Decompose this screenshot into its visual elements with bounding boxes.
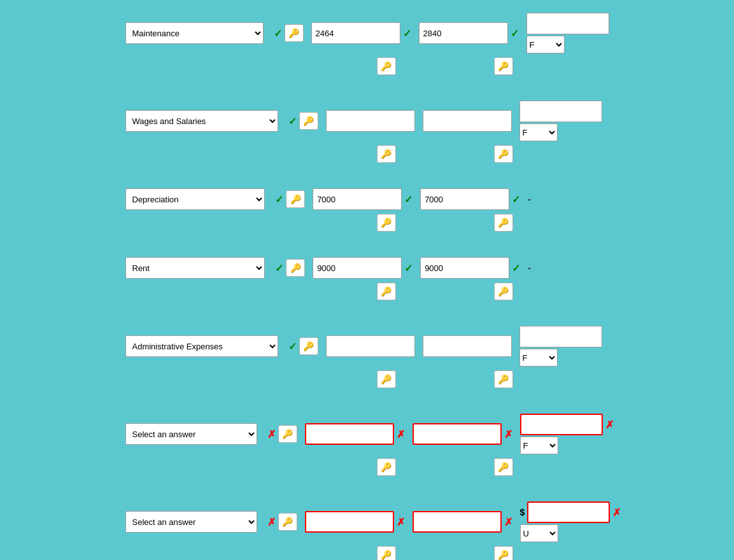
budget-check-maintenance: ✓	[403, 27, 411, 39]
fav-select-select1[interactable]: FU-	[520, 437, 558, 454]
actual-key-button-admin[interactable]: 🔑	[494, 370, 513, 388]
actual-input-admin[interactable]	[423, 335, 512, 357]
key-button-rent[interactable]: 🔑	[286, 259, 305, 277]
actual-input-wages[interactable]	[423, 110, 512, 132]
actual-group-depreciation: ✓	[420, 188, 520, 210]
main-container: MaintenanceWages and SalariesDepreciatio…	[74, 0, 660, 560]
budget-key-button-admin[interactable]: 🔑	[377, 370, 396, 388]
budget-key-button-select1[interactable]: 🔑	[377, 458, 396, 476]
row-top-rent: MaintenanceWages and SalariesDepreciatio…	[125, 257, 609, 279]
actual-group-select2: ✗	[413, 511, 512, 533]
actual-group-select1: ✗	[413, 423, 512, 445]
variance-dash-depreciation: -	[528, 194, 531, 204]
actual-group-admin	[423, 335, 512, 357]
check-mark-maintenance: ✓	[274, 27, 282, 39]
budget-input-select1[interactable]	[305, 423, 394, 445]
budget-group-depreciation: ✓	[313, 188, 413, 210]
check-key-group-select1: ✗🔑	[267, 425, 297, 443]
check-mark-admin: ✓	[288, 340, 297, 353]
row-bottom-select2: 🔑🔑	[125, 546, 609, 560]
answer-select-depreciation[interactable]: MaintenanceWages and SalariesDepreciatio…	[125, 188, 265, 210]
key-button-wages[interactable]: 🔑	[299, 112, 318, 130]
actual-input-depreciation[interactable]	[420, 188, 509, 210]
actual-check-depreciation: ✓	[512, 193, 520, 206]
fav-select-select2[interactable]: FU-	[520, 524, 558, 542]
check-key-group-select2: ✗🔑	[267, 513, 297, 531]
actual-check-rent: ✓	[512, 262, 520, 274]
budget-group-maintenance: ✓	[311, 22, 411, 44]
row-bottom-depreciation: 🔑🔑	[125, 214, 609, 232]
row-bottom-select1: 🔑🔑	[125, 458, 609, 476]
budget-input-wages[interactable]	[326, 110, 415, 132]
budget-input-select2[interactable]	[305, 511, 394, 533]
actual-key-button-select1[interactable]: 🔑	[494, 458, 513, 476]
variance-input-wages[interactable]	[519, 101, 602, 122]
actual-key-button-rent[interactable]: 🔑	[494, 283, 513, 300]
check-key-group-depreciation: ✓🔑	[275, 190, 305, 208]
budget-group-admin	[326, 335, 415, 357]
actual-input-rent[interactable]	[420, 257, 509, 279]
row-bottom-admin: 🔑🔑	[125, 370, 609, 388]
row-block-select2: Select an answerMaintenanceWages and Sal…	[74, 495, 660, 560]
row-bottom-wages: 🔑🔑	[125, 145, 609, 163]
row-bottom-rent: 🔑🔑	[125, 283, 609, 300]
actual-group-maintenance: ✓	[419, 22, 519, 44]
budget-key-button-select2[interactable]: 🔑	[377, 546, 396, 560]
actual-cross-select2: ✗	[504, 516, 512, 528]
variance-input-select2[interactable]	[527, 501, 610, 523]
key-button-select2[interactable]: 🔑	[278, 513, 297, 531]
fav-group-maintenance: FU-	[526, 13, 609, 53]
key-button-admin[interactable]: 🔑	[299, 337, 318, 355]
variance-input-select1[interactable]	[520, 414, 603, 435]
key-button-maintenance[interactable]: 🔑	[285, 24, 304, 42]
answer-select-admin[interactable]: MaintenanceWages and SalariesDepreciatio…	[125, 335, 278, 357]
actual-key-button-select2[interactable]: 🔑	[494, 546, 513, 560]
fav-select-maintenance[interactable]: FU-	[526, 36, 565, 53]
actual-key-button-depreciation[interactable]: 🔑	[494, 214, 513, 232]
row-top-depreciation: MaintenanceWages and SalariesDepreciatio…	[125, 188, 609, 210]
budget-input-depreciation[interactable]	[313, 188, 402, 210]
row-bottom-maintenance: 🔑🔑	[125, 57, 609, 75]
actual-key-button-maintenance[interactable]: 🔑	[494, 57, 513, 75]
budget-input-admin[interactable]	[326, 335, 415, 357]
actual-group-wages	[423, 110, 512, 132]
actual-input-maintenance[interactable]	[419, 22, 508, 44]
budget-input-maintenance[interactable]	[311, 22, 400, 44]
actual-key-button-wages[interactable]: 🔑	[494, 145, 513, 163]
actual-input-select2[interactable]	[413, 511, 502, 533]
budget-key-button-rent[interactable]: 🔑	[377, 283, 396, 300]
answer-select-maintenance[interactable]: MaintenanceWages and SalariesDepreciatio…	[125, 22, 264, 44]
budget-key-button-depreciation[interactable]: 🔑	[377, 214, 396, 232]
key-button-select1[interactable]: 🔑	[278, 425, 297, 443]
answer-select-select2[interactable]: Select an answerMaintenanceWages and Sal…	[125, 511, 257, 533]
answer-select-wages[interactable]: MaintenanceWages and SalariesDepreciatio…	[125, 110, 278, 132]
row-block-select1: Select an answerMaintenanceWages and Sal…	[74, 407, 660, 482]
budget-key-button-wages[interactable]: 🔑	[377, 145, 396, 163]
budget-cross-select1: ✗	[397, 428, 405, 440]
answer-select-rent[interactable]: MaintenanceWages and SalariesDepreciatio…	[125, 257, 265, 279]
key-button-depreciation[interactable]: 🔑	[286, 190, 305, 208]
variance-input-maintenance[interactable]	[526, 13, 609, 34]
budget-input-rent[interactable]	[313, 257, 402, 279]
fav-group-wages: FU-	[519, 101, 602, 141]
budget-check-depreciation: ✓	[404, 193, 413, 206]
variance-input-admin[interactable]	[519, 326, 602, 347]
budget-group-rent: ✓	[313, 257, 413, 279]
variance-cell-select2: $✗FU-	[520, 501, 609, 542]
actual-check-maintenance: ✓	[511, 27, 519, 39]
actual-group-rent: ✓	[420, 257, 520, 279]
actual-input-select1[interactable]	[413, 423, 502, 445]
budget-key-button-maintenance[interactable]: 🔑	[377, 57, 396, 75]
fav-select-admin[interactable]: FU-	[519, 349, 558, 367]
fav-select-wages[interactable]: FU-	[519, 123, 558, 141]
budget-check-rent: ✓	[404, 262, 413, 274]
variance-dash-rent: -	[528, 263, 531, 273]
variance-cell-admin: FU-	[519, 326, 609, 367]
check-key-group-wages: ✓🔑	[288, 112, 318, 130]
row-top-wages: MaintenanceWages and SalariesDepreciatio…	[125, 101, 609, 141]
answer-select-select1[interactable]: Select an answerMaintenanceWages and Sal…	[125, 423, 257, 445]
row-block-admin: MaintenanceWages and SalariesDepreciatio…	[74, 319, 660, 395]
variance-cell-wages: FU-	[519, 101, 609, 141]
check-mark-wages: ✓	[288, 115, 297, 127]
check-key-group-rent: ✓🔑	[275, 259, 305, 277]
